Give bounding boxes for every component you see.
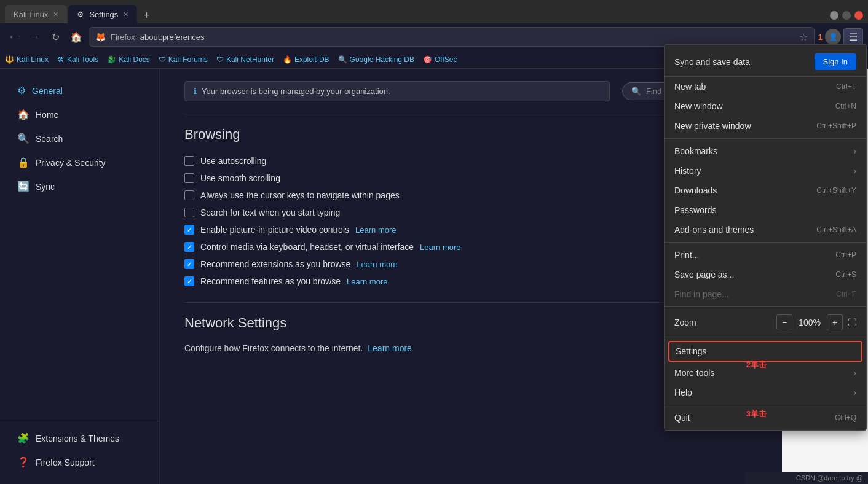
sidebar: ⚙ General 🏠 Home 🔍 Search 🔒 Privacy & Se… — [0, 69, 160, 484]
new-tab-button[interactable]: + — [138, 9, 155, 22]
managed-banner: ℹ Your browser is being managed by your … — [184, 81, 610, 101]
dropdown-new-tab[interactable]: New tab Ctrl+T — [665, 77, 866, 96]
dropdown-help[interactable]: Help › — [665, 383, 866, 402]
bookmark-star-button[interactable]: ☆ — [799, 31, 808, 43]
recommend-features-label: Recommend features as you browse — [200, 276, 341, 286]
smooth-scrolling-label: Use smooth scrolling — [200, 173, 280, 183]
dropdown-settings[interactable]: Settings — [668, 341, 862, 362]
bookmark-google-hacking[interactable]: 🔍 Google Hacking DB — [338, 55, 414, 64]
profile-count: 1 — [818, 33, 823, 42]
checkbox-search-text[interactable] — [184, 208, 194, 217]
dropdown-new-window[interactable]: New window Ctrl+N — [665, 96, 866, 116]
network-learn-more[interactable]: Learn more — [368, 343, 412, 353]
zoom-out-button[interactable]: − — [776, 314, 792, 330]
window-close-btn[interactable] — [854, 11, 863, 20]
recommend-feat-learn-more[interactable]: Learn more — [347, 277, 387, 286]
recommend-ext-learn-more[interactable]: Learn more — [357, 260, 397, 269]
home-button[interactable]: 🏠 — [68, 28, 85, 45]
help-chevron: › — [853, 388, 856, 397]
dropdown-passwords[interactable]: Passwords — [665, 200, 866, 220]
browser-window: Kali Linux ✕ ⚙ Settings ✕ + ← → ↻ 🏠 🦊 Fi… — [0, 0, 868, 484]
dropdown-title: Sync and save data — [674, 57, 750, 67]
pip-learn-more[interactable]: Learn more — [355, 225, 396, 235]
window-maximize-btn[interactable] — [842, 11, 851, 20]
extensions-label: Extensions & Themes — [36, 434, 119, 443]
dropdown-menu: Sync and save data Sign In New tab Ctrl+… — [664, 44, 867, 431]
firefox-brand: Firefox — [111, 33, 135, 42]
settings-tab-icon: ⚙ — [77, 10, 84, 19]
dropdown-downloads[interactable]: Downloads Ctrl+Shift+Y — [665, 181, 866, 200]
zoom-label: Zoom — [674, 318, 696, 327]
dropdown-print[interactable]: Print... Ctrl+P — [665, 245, 866, 265]
sidebar-item-home[interactable]: 🏠 Home — [5, 103, 154, 127]
search-text-label: Search for text when you start typing — [200, 208, 340, 217]
bookmark-kali-icon: 🔱 — [5, 55, 14, 64]
dropdown-save-page[interactable]: Save page as... Ctrl+S — [665, 265, 866, 284]
checkbox-media-keyboard[interactable]: ✓ — [184, 242, 194, 252]
bookmark-kali-linux[interactable]: 🔱 Kali Linux — [5, 55, 49, 64]
search-nav-icon: 🔍 — [17, 133, 30, 144]
checkbox-recommend-extensions[interactable]: ✓ — [184, 259, 194, 269]
bookmark-ghdb-icon: 🔍 — [338, 55, 347, 64]
kali-tab-close[interactable]: ✕ — [53, 10, 58, 18]
kali-tab-label: Kali Linux — [14, 10, 48, 19]
sidebar-item-general[interactable]: ⚙ General — [5, 79, 154, 103]
privacy-label: Privacy & Security — [36, 158, 106, 168]
sidebar-item-privacy[interactable]: 🔒 Privacy & Security — [5, 150, 154, 174]
sidebar-item-extensions-themes[interactable]: 🧩 Extensions & Themes — [5, 426, 154, 450]
sync-label: Sync — [36, 182, 55, 192]
dropdown-find-in-page[interactable]: Find in page... Ctrl+F — [665, 284, 866, 304]
home-icon: 🏠 — [17, 109, 30, 120]
window-minimize-btn[interactable] — [830, 11, 838, 20]
checkbox-smooth-scrolling[interactable] — [184, 173, 194, 183]
settings-tab-close[interactable]: ✕ — [123, 10, 128, 18]
bookmark-exploitdb-icon: 🔥 — [283, 55, 292, 64]
general-icon: ⚙ — [17, 85, 26, 96]
media-keyboard-label: Control media via keyboard, headset, or … — [200, 242, 414, 252]
refresh-button[interactable]: ↻ — [47, 28, 64, 45]
bookmark-exploit-db[interactable]: 🔥 Exploit-DB — [283, 55, 329, 64]
sign-in-button[interactable]: Sign In — [815, 53, 856, 70]
bookmark-offsec[interactable]: 🎯 OffSec — [423, 55, 457, 64]
dropdown-more-tools[interactable]: More tools › — [665, 363, 866, 383]
bookmark-kali-docs[interactable]: 🐉 Kali Docs — [107, 55, 150, 64]
dropdown-new-private-window[interactable]: New private window Ctrl+Shift+P — [665, 116, 866, 136]
zoom-fullscreen-button[interactable]: ⛶ — [848, 318, 856, 327]
back-button[interactable]: ← — [5, 28, 22, 45]
dropdown-addons-themes[interactable]: Add-ons and themes Ctrl+Shift+A — [665, 220, 866, 240]
checkbox-cursor-keys[interactable] — [184, 190, 194, 200]
profile-button[interactable]: 👤 — [825, 29, 841, 45]
bottom-bar: CSDN @dare to try @ — [745, 472, 868, 484]
general-label: General — [32, 86, 63, 96]
bookmark-docs-icon: 🐉 — [107, 55, 116, 64]
settings-tab-label: Settings — [89, 10, 118, 19]
bookmark-tools-icon: 🛠 — [57, 55, 65, 64]
sync-icon: 🔄 — [17, 181, 30, 192]
media-learn-more[interactable]: Learn more — [420, 243, 460, 252]
bookmark-forums-icon: 🛡 — [159, 55, 166, 64]
dropdown-quit[interactable]: Quit Ctrl+Q — [665, 408, 866, 427]
dropdown-history[interactable]: History › — [665, 161, 866, 181]
search-label: Search — [36, 134, 63, 144]
recommend-extensions-label: Recommend extensions as you browse — [200, 259, 350, 269]
dropdown-bookmarks[interactable]: Bookmarks › — [665, 141, 866, 161]
sidebar-item-firefox-support[interactable]: ❓ Firefox Support — [5, 450, 154, 474]
privacy-icon: 🔒 — [17, 157, 30, 168]
sidebar-item-search[interactable]: 🔍 Search — [5, 127, 154, 150]
checkbox-pip[interactable]: ✓ — [184, 225, 194, 235]
managed-text: Your browser is being managed by your or… — [202, 87, 390, 96]
menu-button[interactable]: ☰ — [843, 28, 863, 45]
tab-settings[interactable]: ⚙ Settings ✕ — [68, 5, 137, 23]
bookmark-kali-nethunter[interactable]: 🛡 Kali NetHunter — [216, 55, 274, 64]
checkbox-recommend-features[interactable]: ✓ — [184, 276, 194, 286]
tab-kali-linux[interactable]: Kali Linux ✕ — [5, 5, 67, 23]
bookmark-offsec-icon: 🎯 — [423, 55, 432, 64]
bookmark-kali-forums[interactable]: 🛡 Kali Forums — [159, 55, 208, 64]
sidebar-item-sync[interactable]: 🔄 Sync — [5, 174, 154, 198]
history-chevron: › — [853, 166, 856, 176]
bookmark-kali-tools[interactable]: 🛠 Kali Tools — [57, 55, 98, 64]
forward-button[interactable]: → — [26, 28, 43, 45]
support-icon: ❓ — [17, 456, 30, 468]
zoom-in-button[interactable]: + — [827, 314, 843, 330]
checkbox-autoscrolling[interactable] — [184, 156, 194, 166]
